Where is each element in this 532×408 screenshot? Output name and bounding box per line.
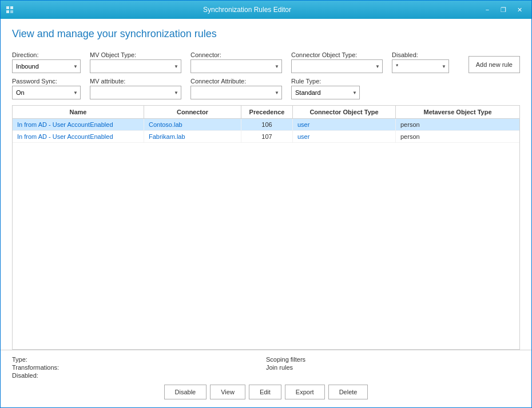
disable-button[interactable]: Disable xyxy=(164,385,207,399)
connector-object-type-select[interactable]: ▼ xyxy=(291,59,383,73)
mv-attribute-arrow-icon: ▼ xyxy=(174,90,178,95)
rules-table: Name Connector Precedence Connector Obje… xyxy=(12,105,520,350)
cell-precedence: 106 xyxy=(241,119,293,130)
transformations-label: Transformations: xyxy=(12,364,266,371)
direction-label: Direction: xyxy=(12,51,81,58)
col-precedence: Precedence xyxy=(241,106,293,118)
connector-arrow-icon: ▼ xyxy=(275,64,279,69)
page-title: View and manage your synchronization rul… xyxy=(12,28,520,40)
cell-connector: Contoso.lab xyxy=(144,119,241,130)
cell-connector-object-type: user xyxy=(293,119,396,130)
filter-row-1: Direction: Inbound ▼ MV Object Type: ▼ C… xyxy=(12,51,520,73)
window-title: Synchronization Rules Editor xyxy=(14,6,480,14)
mv-attribute-select[interactable]: ▼ xyxy=(90,86,181,99)
delete-button[interactable]: Delete xyxy=(328,385,368,399)
join-rules-label: Join rules xyxy=(266,364,520,371)
col-connector: Connector xyxy=(144,106,241,118)
bottom-left: Type: Transformations: Disabled: xyxy=(12,356,266,379)
table-body: In from AD - User AccountEnabled Contoso… xyxy=(13,119,519,349)
direction-group: Direction: Inbound ▼ xyxy=(12,51,81,73)
disabled-arrow-icon: ▼ xyxy=(442,64,446,69)
rule-type-label: Rule Type: xyxy=(291,78,360,85)
table-row[interactable]: In from AD - User AccountEnabled Contoso… xyxy=(13,119,519,131)
mv-object-type-select[interactable]: ▼ xyxy=(90,59,181,73)
cell-name: In from AD - User AccountEnabled xyxy=(13,119,144,130)
bottom-actions: Disable View Edit Export Delete xyxy=(12,380,520,402)
mv-attribute-group: MV attribute: ▼ xyxy=(90,78,181,99)
disabled-info-label: Disabled: xyxy=(12,372,266,379)
bottom-panel: Type: Transformations: Disabled: Scoping… xyxy=(1,350,531,407)
window-controls: − ❐ ✕ xyxy=(480,4,527,15)
main-content: View and manage your synchronization rul… xyxy=(1,19,531,407)
export-button[interactable]: Export xyxy=(285,385,325,399)
mv-object-type-arrow-icon: ▼ xyxy=(174,64,178,69)
rule-type-arrow-icon: ▼ xyxy=(352,90,357,95)
bottom-content: Type: Transformations: Disabled: Scoping… xyxy=(12,356,520,379)
view-button[interactable]: View xyxy=(210,385,245,399)
cell-name: In from AD - User AccountEnabled xyxy=(13,131,144,142)
mv-attribute-label: MV attribute: xyxy=(90,78,181,85)
password-sync-select[interactable]: On ▼ xyxy=(12,86,81,99)
filter-row-2: Password Sync: On ▼ MV attribute: ▼ Conn… xyxy=(12,78,520,99)
add-new-rule-button[interactable]: Add new rule xyxy=(469,56,520,73)
svg-rect-0 xyxy=(6,6,9,9)
disabled-group: Disabled: * ▼ xyxy=(392,51,449,73)
filters-area: Direction: Inbound ▼ MV Object Type: ▼ C… xyxy=(1,46,531,105)
mv-object-type-label: MV Object Type: xyxy=(90,51,181,58)
minimize-button[interactable]: − xyxy=(480,4,495,15)
close-button[interactable]: ✕ xyxy=(512,4,527,15)
connector-attribute-group: Connector Attribute: ▼ xyxy=(190,78,282,99)
restore-button[interactable]: ❐ xyxy=(496,4,511,15)
table-row[interactable]: In from AD - User AccountEnabled Fabrika… xyxy=(13,131,519,143)
title-bar: Synchronization Rules Editor − ❐ ✕ xyxy=(1,1,531,19)
table-header: Name Connector Precedence Connector Obje… xyxy=(13,106,519,119)
cell-connector-object-type: user xyxy=(293,131,396,142)
connector-attribute-arrow-icon: ▼ xyxy=(275,90,279,95)
col-metaverse-object-type: Metaverse Object Type xyxy=(396,106,519,118)
svg-rect-2 xyxy=(6,10,9,13)
main-window: Synchronization Rules Editor − ❐ ✕ View … xyxy=(0,0,532,408)
connector-attribute-label: Connector Attribute: xyxy=(190,78,282,85)
mv-object-type-group: MV Object Type: ▼ xyxy=(90,51,181,73)
rule-type-group: Rule Type: Standard ▼ xyxy=(291,78,360,99)
connector-object-type-group: Connector Object Type: ▼ xyxy=(291,51,383,73)
password-sync-group: Password Sync: On ▼ xyxy=(12,78,81,99)
col-connector-object-type: Connector Object Type xyxy=(293,106,396,118)
svg-rect-1 xyxy=(10,6,13,9)
type-label: Type: xyxy=(12,356,266,363)
connector-attribute-select[interactable]: ▼ xyxy=(190,86,282,99)
col-name: Name xyxy=(13,106,144,118)
rule-type-select[interactable]: Standard ▼ xyxy=(291,86,360,99)
edit-button[interactable]: Edit xyxy=(249,385,281,399)
password-sync-label: Password Sync: xyxy=(12,78,81,85)
direction-select[interactable]: Inbound ▼ xyxy=(12,59,81,73)
cell-connector: Fabrikam.lab xyxy=(144,131,241,142)
connector-select[interactable]: ▼ xyxy=(190,59,282,73)
disabled-select[interactable]: * ▼ xyxy=(392,59,449,73)
page-header: View and manage your synchronization rul… xyxy=(1,19,531,46)
connector-object-type-arrow-icon: ▼ xyxy=(375,64,380,69)
cell-precedence: 107 xyxy=(241,131,293,142)
bottom-right: Scoping filters Join rules xyxy=(266,356,520,379)
disabled-label: Disabled: xyxy=(392,51,449,58)
svg-rect-3 xyxy=(10,10,13,13)
app-icon xyxy=(5,5,14,14)
connector-object-type-label: Connector Object Type: xyxy=(291,51,383,58)
connector-group: Connector: ▼ xyxy=(190,51,282,73)
cell-metaverse-object-type: person xyxy=(396,131,519,142)
direction-arrow-icon: ▼ xyxy=(73,64,78,69)
cell-metaverse-object-type: person xyxy=(396,119,519,130)
scoping-filters-label: Scoping filters xyxy=(266,356,520,363)
password-sync-arrow-icon: ▼ xyxy=(73,90,78,95)
connector-label: Connector: xyxy=(190,51,282,58)
